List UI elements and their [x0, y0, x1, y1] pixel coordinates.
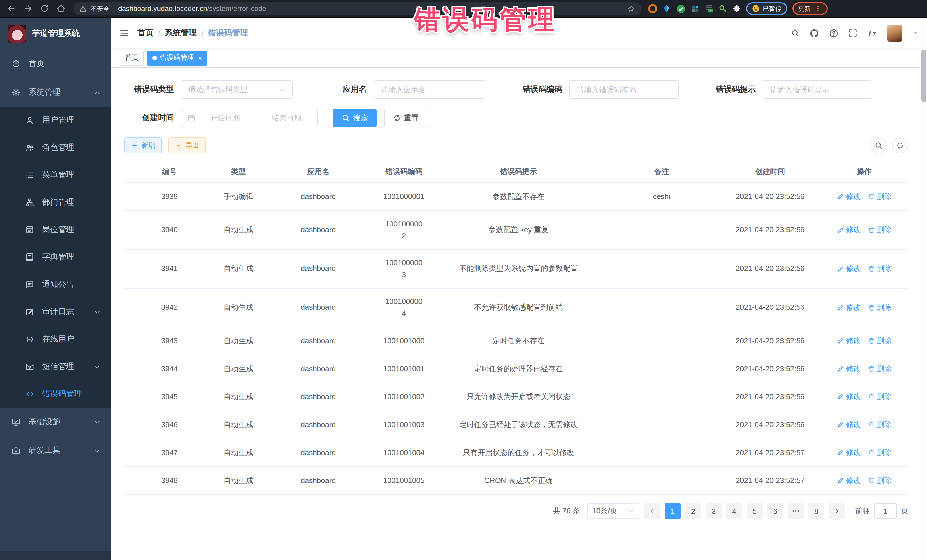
- edit-link[interactable]: 修改: [837, 363, 861, 375]
- breadcrumb-item[interactable]: 系统管理: [165, 28, 197, 38]
- tab-close-icon[interactable]: ×: [198, 54, 202, 62]
- browser-back-icon[interactable]: [7, 4, 16, 13]
- sidebar-item-home[interactable]: 首页: [0, 50, 111, 78]
- edit-link[interactable]: 修改: [837, 302, 861, 313]
- user-avatar[interactable]: [887, 24, 903, 42]
- delete-link[interactable]: 删除: [868, 363, 892, 375]
- edit-link[interactable]: 修改: [837, 225, 861, 236]
- table-row[interactable]: 3948自动生成dashboard1001001005CRON 表达式不正确20…: [125, 467, 908, 495]
- page-button-8[interactable]: 8: [808, 503, 824, 519]
- browser-update-button[interactable]: 更新: [792, 2, 828, 15]
- sidebar-item-error-code-management[interactable]: 错误码管理: [0, 380, 111, 408]
- extensions-puzzle-icon[interactable]: [732, 4, 741, 13]
- font-size-icon[interactable]: TT: [867, 28, 877, 38]
- delete-link[interactable]: 删除: [868, 475, 892, 486]
- refresh-table-button[interactable]: [892, 137, 908, 153]
- paused-badge[interactable]: 已暂停: [746, 2, 787, 15]
- sidebar-item-menu-management[interactable]: 菜单管理: [0, 161, 111, 189]
- error-type-select[interactable]: 请选择错误码类型: [181, 80, 293, 99]
- next-page-button[interactable]: [829, 503, 845, 519]
- sidebar-collapse-icon[interactable]: [119, 28, 129, 38]
- goto-page-input[interactable]: [874, 503, 897, 519]
- search-button[interactable]: 搜索: [333, 109, 377, 127]
- table-row[interactable]: 3947自动生成dashboard1001001004只有开启状态的任务，才可以…: [125, 439, 908, 467]
- extension-target-icon[interactable]: [648, 4, 657, 13]
- extension-proxy-on-icon[interactable]: on: [705, 4, 714, 13]
- app-name-input[interactable]: [374, 80, 485, 99]
- browser-menu-dots-icon[interactable]: [814, 5, 822, 12]
- edit-link[interactable]: 修改: [837, 447, 861, 458]
- sidebar-item-dept-management[interactable]: 部门管理: [0, 189, 111, 216]
- sidebar-item-audit-log[interactable]: 审计日志: [0, 298, 111, 326]
- table-row[interactable]: 3939手动编辑dashboard1001000001参数配置不存在ceshi2…: [125, 183, 908, 211]
- sidebar-item-online-users[interactable]: 在线用户: [0, 326, 111, 353]
- help-icon[interactable]: [829, 28, 839, 38]
- table-row[interactable]: 3946自动生成dashboard1001001003定时任务已经处于该状态，无…: [125, 411, 908, 439]
- table-row[interactable]: 3943自动生成dashboard1001001000定时任务不存在2021-0…: [125, 327, 908, 355]
- table-row[interactable]: 3944自动生成dashboard1001001001定时任务的处理器已经存在2…: [125, 355, 908, 383]
- error-code-input[interactable]: [569, 80, 679, 99]
- delete-link[interactable]: 删除: [868, 335, 892, 347]
- delete-link[interactable]: 删除: [868, 391, 892, 403]
- breadcrumb-item[interactable]: 首页: [137, 28, 153, 38]
- table-row[interactable]: 3940自动生成dashboard1001000002参数配置 key 重复20…: [125, 211, 908, 250]
- page-button-3[interactable]: 3: [706, 503, 722, 519]
- delete-link[interactable]: 删除: [868, 419, 892, 431]
- page-more-button[interactable]: [788, 503, 804, 519]
- sidebar-item-infrastructure[interactable]: 基础设施: [0, 408, 111, 436]
- delete-link[interactable]: 删除: [868, 191, 892, 202]
- table-row[interactable]: 3941自动生成dashboard1001000003不能删除类型为系统内置的参…: [125, 250, 908, 288]
- table-row[interactable]: 3945自动生成dashboard1001001002只允许修改为开启或者关闭状…: [125, 383, 908, 411]
- page-button-1[interactable]: 1: [664, 503, 681, 519]
- reset-button[interactable]: 重置: [384, 109, 427, 127]
- sidebar-item-system-management[interactable]: 系统管理: [0, 78, 111, 107]
- extension-grid-icon[interactable]: [691, 4, 699, 13]
- cell-actions: 修改删除: [820, 360, 908, 378]
- fullscreen-icon[interactable]: [848, 29, 857, 38]
- browser-reload-icon[interactable]: [40, 4, 49, 13]
- edit-link[interactable]: 修改: [837, 191, 861, 202]
- export-button[interactable]: 导出: [168, 137, 206, 153]
- sidebar-item-sms-management[interactable]: 短信管理: [0, 353, 111, 380]
- bookmark-star-icon[interactable]: [627, 4, 635, 13]
- sidebar-item-notice[interactable]: 通知公告: [0, 271, 111, 298]
- sidebar-item-dev-tools[interactable]: 研发工具: [0, 436, 111, 465]
- edit-link[interactable]: 修改: [837, 263, 861, 275]
- sidebar-item-user-management[interactable]: 用户管理: [0, 107, 111, 134]
- delete-link[interactable]: 删除: [868, 263, 892, 275]
- extension-key-icon[interactable]: [719, 4, 727, 13]
- scrollbar-thumb[interactable]: [921, 50, 926, 102]
- extension-check-icon[interactable]: [676, 4, 686, 14]
- edit-link[interactable]: 修改: [837, 475, 861, 486]
- table-row[interactable]: 3942自动生成dashboard1001000004不允许获取敏感配置到前端2…: [125, 288, 908, 327]
- error-hint-input[interactable]: [763, 80, 872, 99]
- delete-link[interactable]: 删除: [868, 302, 892, 313]
- prev-page-button[interactable]: [644, 503, 660, 519]
- edit-link[interactable]: 修改: [837, 335, 861, 347]
- sidebar-item-role-management[interactable]: 角色管理: [0, 134, 111, 161]
- tab-错误码管理[interactable]: 错误码管理×: [147, 50, 207, 65]
- add-button[interactable]: 新增: [125, 137, 162, 153]
- edit-link[interactable]: 修改: [837, 419, 861, 431]
- browser-home-icon[interactable]: [56, 4, 65, 13]
- browser-forward-icon[interactable]: [23, 4, 32, 13]
- show-search-toggle-button[interactable]: [871, 137, 886, 153]
- page-button-6[interactable]: 6: [767, 503, 783, 519]
- create-time-range-picker[interactable]: 开始日期 - 结束日期: [181, 109, 318, 127]
- app-logo[interactable]: 芋道管理系统: [0, 18, 111, 50]
- extension-gem-icon[interactable]: [662, 4, 671, 13]
- avatar-caret-icon[interactable]: [912, 30, 919, 36]
- page-button-2[interactable]: 2: [685, 503, 701, 519]
- tab-首页[interactable]: 首页: [120, 50, 144, 65]
- header-search-icon[interactable]: [791, 29, 800, 38]
- page-button-4[interactable]: 4: [726, 503, 742, 519]
- sidebar-item-dict-management[interactable]: 字典管理: [0, 243, 111, 271]
- delete-link[interactable]: 删除: [868, 447, 892, 458]
- page-size-select[interactable]: 10条/页: [587, 503, 640, 519]
- page-button-5[interactable]: 5: [747, 503, 763, 519]
- edit-link[interactable]: 修改: [837, 391, 861, 403]
- sidebar-item-post-management[interactable]: 岗位管理: [0, 216, 111, 243]
- github-icon[interactable]: [810, 28, 819, 38]
- page-scrollbar[interactable]: [919, 18, 927, 560]
- delete-link[interactable]: 删除: [868, 225, 892, 236]
